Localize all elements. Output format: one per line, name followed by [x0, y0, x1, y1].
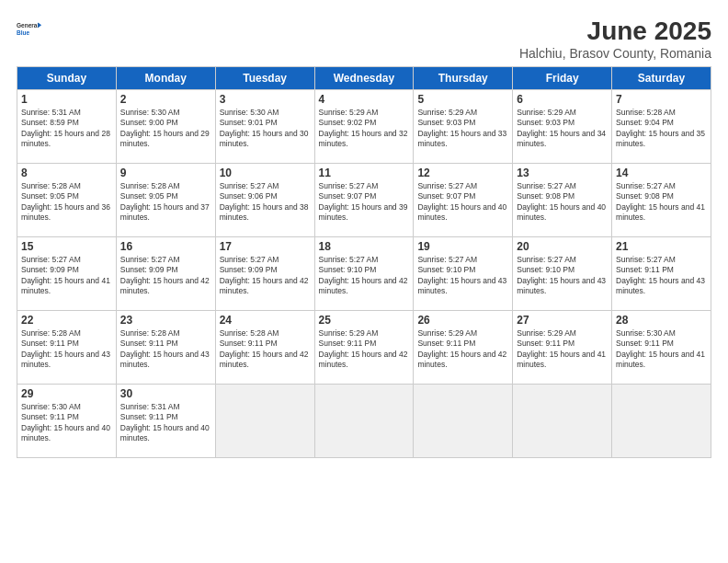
day-number: 9	[120, 167, 211, 179]
day-number: 15	[21, 240, 112, 253]
day-number: 22	[21, 314, 112, 327]
cell-details: Sunrise: 5:27 AMSunset: 9:09 PMDaylight:…	[21, 255, 112, 297]
table-cell: 6Sunrise: 5:29 AMSunset: 9:03 PMDaylight…	[513, 90, 612, 164]
table-cell: 23Sunrise: 5:28 AMSunset: 9:11 PMDayligh…	[116, 311, 215, 385]
table-cell: 20Sunrise: 5:27 AMSunset: 9:10 PMDayligh…	[513, 237, 612, 311]
cell-details: Sunrise: 5:29 AMSunset: 9:02 PMDaylight:…	[319, 108, 410, 150]
day-number: 16	[120, 240, 211, 253]
table-row: 8Sunrise: 5:28 AMSunset: 9:05 PMDaylight…	[17, 164, 711, 237]
table-cell: 10Sunrise: 5:27 AMSunset: 9:06 PMDayligh…	[215, 164, 314, 237]
table-cell: 16Sunrise: 5:27 AMSunset: 9:09 PMDayligh…	[116, 237, 215, 311]
cell-details: Sunrise: 5:28 AMSunset: 9:05 PMDaylight:…	[120, 181, 211, 224]
day-number: 20	[517, 240, 608, 253]
cell-details: Sunrise: 5:29 AMSunset: 9:03 PMDaylight:…	[417, 108, 508, 150]
table-cell: 12Sunrise: 5:27 AMSunset: 9:07 PMDayligh…	[414, 164, 513, 237]
cell-details: Sunrise: 5:28 AMSunset: 9:11 PMDaylight:…	[21, 328, 112, 371]
cell-details: Sunrise: 5:27 AMSunset: 9:10 PMDaylight:…	[319, 255, 410, 297]
table-cell: 8Sunrise: 5:28 AMSunset: 9:05 PMDaylight…	[17, 164, 117, 237]
table-cell: 27Sunrise: 5:29 AMSunset: 9:11 PMDayligh…	[513, 311, 612, 385]
day-number: 13	[517, 167, 608, 179]
day-number: 10	[220, 167, 311, 179]
cell-details: Sunrise: 5:28 AMSunset: 9:04 PMDaylight:…	[616, 108, 707, 150]
table-cell: 25Sunrise: 5:29 AMSunset: 9:11 PMDayligh…	[314, 311, 414, 385]
day-number: 26	[417, 314, 508, 327]
table-row: 22Sunrise: 5:28 AMSunset: 9:11 PMDayligh…	[17, 311, 711, 385]
day-number: 2	[120, 93, 211, 106]
cell-details: Sunrise: 5:31 AMSunset: 9:11 PMDaylight:…	[120, 402, 211, 444]
table-cell: 13Sunrise: 5:27 AMSunset: 9:08 PMDayligh…	[513, 164, 612, 237]
logo-icon: GeneralBlue	[17, 17, 42, 42]
cell-details: Sunrise: 5:29 AMSunset: 9:11 PMDaylight:…	[517, 328, 608, 371]
day-number: 3	[220, 93, 311, 106]
table-cell	[414, 385, 513, 458]
table-cell: 9Sunrise: 5:28 AMSunset: 9:05 PMDaylight…	[116, 164, 215, 237]
day-number: 21	[616, 240, 707, 253]
day-number: 24	[220, 314, 311, 327]
table-cell: 4Sunrise: 5:29 AMSunset: 9:02 PMDaylight…	[314, 90, 414, 164]
table-cell: 11Sunrise: 5:27 AMSunset: 9:07 PMDayligh…	[314, 164, 414, 237]
day-number: 14	[616, 167, 707, 179]
calendar-page: GeneralBlue June 2025 Halchiu, Brasov Co…	[0, 0, 728, 563]
title-block: June 2025 Halchiu, Brasov County, Romani…	[519, 17, 711, 61]
day-number: 19	[417, 240, 508, 253]
cell-details: Sunrise: 5:27 AMSunset: 9:09 PMDaylight:…	[120, 255, 211, 297]
col-thursday: Thursday	[414, 67, 513, 90]
cell-details: Sunrise: 5:28 AMSunset: 9:05 PMDaylight:…	[21, 181, 112, 224]
cell-details: Sunrise: 5:28 AMSunset: 9:11 PMDaylight:…	[120, 328, 211, 371]
cell-details: Sunrise: 5:29 AMSunset: 9:11 PMDaylight:…	[417, 328, 508, 371]
table-cell: 19Sunrise: 5:27 AMSunset: 9:10 PMDayligh…	[414, 237, 513, 311]
day-number: 1	[21, 93, 112, 106]
day-number: 12	[417, 167, 508, 179]
day-number: 8	[21, 167, 112, 179]
table-cell: 29Sunrise: 5:30 AMSunset: 9:11 PMDayligh…	[17, 385, 117, 458]
table-cell: 15Sunrise: 5:27 AMSunset: 9:09 PMDayligh…	[17, 237, 117, 311]
day-number: 30	[120, 387, 211, 400]
cell-details: Sunrise: 5:29 AMSunset: 9:11 PMDaylight:…	[319, 328, 410, 371]
header-row: GeneralBlue June 2025 Halchiu, Brasov Co…	[17, 17, 711, 61]
day-number: 23	[120, 314, 211, 327]
cell-details: Sunrise: 5:30 AMSunset: 9:01 PMDaylight:…	[220, 108, 311, 150]
table-cell: 1Sunrise: 5:31 AMSunset: 8:59 PMDaylight…	[17, 90, 117, 164]
table-row: 29Sunrise: 5:30 AMSunset: 9:11 PMDayligh…	[17, 385, 711, 458]
day-number: 27	[517, 314, 608, 327]
cell-details: Sunrise: 5:29 AMSunset: 9:03 PMDaylight:…	[517, 108, 608, 150]
table-cell: 17Sunrise: 5:27 AMSunset: 9:09 PMDayligh…	[215, 237, 314, 311]
table-cell: 24Sunrise: 5:28 AMSunset: 9:11 PMDayligh…	[215, 311, 314, 385]
cell-details: Sunrise: 5:27 AMSunset: 9:08 PMDaylight:…	[616, 181, 707, 224]
calendar-table: Sunday Monday Tuesday Wednesday Thursday…	[17, 66, 711, 458]
day-number: 18	[319, 240, 410, 253]
table-cell: 5Sunrise: 5:29 AMSunset: 9:03 PMDaylight…	[414, 90, 513, 164]
cell-details: Sunrise: 5:27 AMSunset: 9:08 PMDaylight:…	[517, 181, 608, 224]
svg-text:Blue: Blue	[17, 29, 29, 36]
cell-details: Sunrise: 5:27 AMSunset: 9:10 PMDaylight:…	[417, 255, 508, 297]
cell-details: Sunrise: 5:27 AMSunset: 9:10 PMDaylight:…	[517, 255, 608, 297]
col-tuesday: Tuesday	[215, 67, 314, 90]
cell-details: Sunrise: 5:31 AMSunset: 8:59 PMDaylight:…	[21, 108, 112, 150]
logo: GeneralBlue	[17, 17, 46, 42]
table-cell	[612, 385, 711, 458]
col-saturday: Saturday	[612, 67, 711, 90]
table-cell	[215, 385, 314, 458]
header-row-days: Sunday Monday Tuesday Wednesday Thursday…	[17, 67, 711, 90]
cell-details: Sunrise: 5:27 AMSunset: 9:07 PMDaylight:…	[319, 181, 410, 224]
day-number: 28	[616, 314, 707, 327]
day-number: 11	[319, 167, 410, 179]
day-number: 6	[517, 93, 608, 106]
day-number: 29	[21, 387, 112, 400]
table-cell: 28Sunrise: 5:30 AMSunset: 9:11 PMDayligh…	[612, 311, 711, 385]
main-title: June 2025	[519, 17, 711, 46]
cell-details: Sunrise: 5:27 AMSunset: 9:06 PMDaylight:…	[220, 181, 311, 224]
cell-details: Sunrise: 5:30 AMSunset: 9:11 PMDaylight:…	[21, 402, 112, 444]
col-monday: Monday	[116, 67, 215, 90]
col-friday: Friday	[513, 67, 612, 90]
table-cell: 2Sunrise: 5:30 AMSunset: 9:00 PMDaylight…	[116, 90, 215, 164]
table-cell: 18Sunrise: 5:27 AMSunset: 9:10 PMDayligh…	[314, 237, 414, 311]
svg-marker-2	[38, 23, 41, 29]
svg-text:General: General	[17, 22, 39, 29]
table-row: 1Sunrise: 5:31 AMSunset: 8:59 PMDaylight…	[17, 90, 711, 164]
table-cell	[314, 385, 414, 458]
table-cell	[513, 385, 612, 458]
subtitle: Halchiu, Brasov County, Romania	[519, 46, 711, 61]
day-number: 4	[319, 93, 410, 106]
day-number: 17	[220, 240, 311, 253]
